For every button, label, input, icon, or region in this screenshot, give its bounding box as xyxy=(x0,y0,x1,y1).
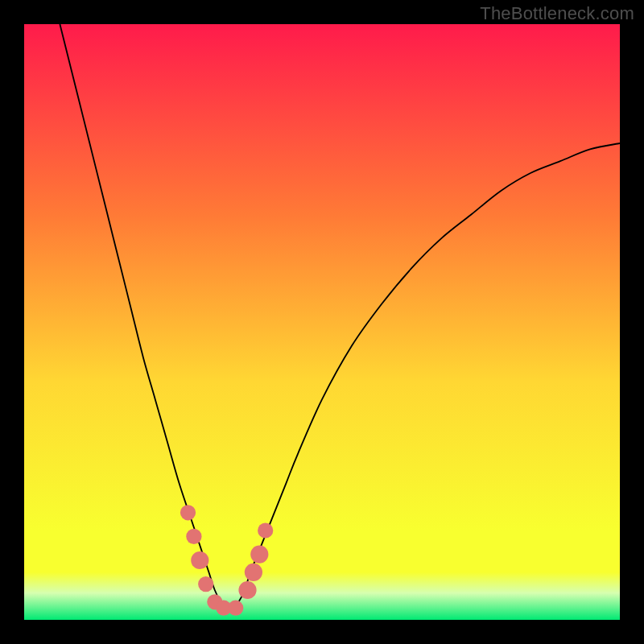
marker-dot xyxy=(250,546,268,564)
marker-dot xyxy=(245,564,262,581)
marker-dot xyxy=(258,522,273,538)
marker-dot xyxy=(191,551,208,569)
bottleneck-curve xyxy=(60,24,620,609)
watermark-text: TheBottleneck.com xyxy=(480,3,634,24)
outer-frame: TheBottleneck.com xyxy=(0,0,644,644)
marker-dot xyxy=(186,529,201,544)
marker-dot xyxy=(198,576,213,592)
marker-dot xyxy=(228,601,243,616)
marker-dot xyxy=(238,581,256,599)
plot-area xyxy=(24,24,620,620)
curve-layer xyxy=(24,24,620,620)
marker-dot xyxy=(180,505,196,520)
curve-markers xyxy=(180,505,273,616)
